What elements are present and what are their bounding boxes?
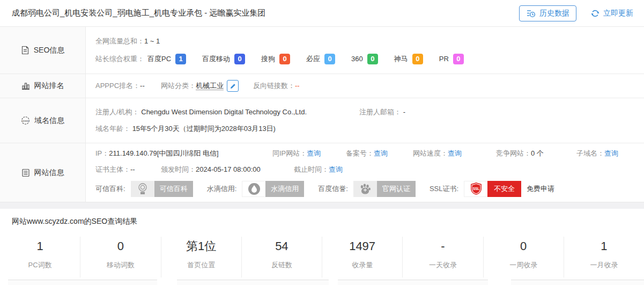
domain-age-label: 域名年龄： [95,125,130,133]
weight-badge[interactable]: 0 [412,54,423,64]
site-speed-label: 网站速度： [413,149,448,157]
weight-baidu-pc: 百度PC 1 [147,54,186,64]
same-ip-query-link[interactable]: 查询 [307,149,321,157]
weight-shenma: 神马 0 [394,54,423,64]
domain-age: 域名年龄： 15年5个月30天（过期时间为2028年03月13日) [95,124,276,134]
weight-name: 神马 [394,54,408,64]
stat-label: 一月收录 [564,260,644,270]
icp-query-link[interactable]: 查询 [374,149,388,157]
trust-shuidi-label: 水滴信用: [207,184,237,194]
weight-360: 360 0 [351,54,378,64]
registrant: 注册人/机构： Chengdu West Dimension Digital T… [95,107,359,117]
weight-name: 360 [351,55,363,63]
svg-text:www: www [23,119,28,122]
traffic-label: 全网流量总和： [95,36,144,46]
sidebar-item-label: 域名信息 [34,116,64,126]
weight-badge[interactable]: 0 [234,54,245,64]
trust-shuidi-badge[interactable]: 水滴信用 [242,181,304,197]
weight-bing: 必应 0 [306,54,335,64]
baidu-paw-icon [353,181,377,197]
registrant-email-value: - [403,108,405,116]
registrant-email-label: 注册人邮箱： [359,108,401,116]
weight-name: 必应 [306,54,320,64]
stat-value: 54 [242,239,322,254]
ssl-apply-link[interactable]: 免费申请 [527,184,554,194]
trust-baike-badge[interactable]: 可信百科 [131,181,193,197]
sidebar-item-site-rank: 网站排名 [0,74,86,98]
stats-row: 1 PC词数 0 移动词数 第1位 首页位置 54 反链数 1497 收录量 -… [0,231,644,277]
stat-homepage-position: 第1位 首页位置 [161,237,241,277]
weight-badge[interactable]: 0 [324,54,335,64]
weight-name: 百度移动 [202,54,230,64]
water-drop-icon [242,181,265,197]
competitor-label: 竞争网站： [496,149,531,157]
weight-name: PR [439,55,449,63]
weight-badge[interactable]: 0 [367,54,378,64]
bar-chart-icon [21,82,30,90]
ip-label: IP： [95,149,109,157]
ip-value: 211.149.140.79[中国四川绵阳 电信] [109,149,218,157]
stat-indexed-pages: 1497 收录量 [322,237,402,277]
subdomain-query-link[interactable]: 查询 [604,149,618,157]
trust-baidu: 百度信誉: 官网认证 [318,181,416,197]
weight-badge[interactable]: 0 [279,54,290,64]
svg-text:SSL: SSL [472,186,479,190]
cert-subject-label: 证书主体： [95,165,130,173]
stat-one-week-index: 0 一周收录 [483,237,564,277]
trust-shuidi: 水滴信用: 水滴信用 [207,181,305,197]
cert-issue-value: 2024-05-17 08:00:00 [196,165,261,173]
site-speed-query-link[interactable]: 查询 [448,149,462,157]
competitor-sites: 竞争网站：0 个 [496,149,576,158]
stat-mobile-words: 0 移动词数 [80,237,160,277]
trust-baidu-label: 百度信誉: [318,184,348,194]
site-info-row: 网站信息 IP：211.149.140.79[中国四川绵阳 电信] 同IP网站：… [0,143,644,202]
stat-value: 第1位 [161,239,241,254]
weight-baidu-mobile: 百度移动 0 [202,54,245,64]
sidebar-item-label: SEO信息 [34,46,65,55]
site-category-label: 网站分类： [161,81,196,91]
cert-subject: 证书主体：-- [95,165,161,174]
strip-segment [511,280,644,285]
medal-icon [131,181,154,197]
backlink-count: 反向链接数：-- [253,81,300,91]
ssl-cert: SSL证书: SSL 不安全 免费申请 [430,181,554,197]
weight-badge[interactable]: 1 [175,54,186,64]
next-section-edge [0,280,644,285]
apppc-rank-label: APPPC排名： [95,82,140,90]
sidebar-item-domain-info: www 域名信息 [0,98,86,143]
registrant-label: 注册人/机构： [95,108,139,116]
edit-category-button[interactable] [227,80,239,92]
traffic-value: 1 ~ 1 [144,37,160,45]
weight-badge[interactable]: 0 [453,54,464,64]
domain-info-row: www 域名信息 注册人/机构： Chengdu West Dimension … [0,98,644,143]
sidebar-item-site-info: 网站信息 [0,143,86,202]
strip-segment [338,280,488,285]
ssl-status-label: 不安全 [487,181,521,197]
stat-value: 0 [484,239,564,254]
sidebar-item-label: 网站信息 [34,168,64,178]
stat-label: PC词数 [0,260,80,270]
stat-value: 1 [0,239,80,254]
update-now-button[interactable]: 立即更新 [587,8,636,19]
stat-value: - [403,239,483,254]
site-category: 网站分类：机械工业 [161,80,253,92]
weight-sogou: 搜狗 0 [261,54,290,64]
ssl-shield-icon: SSL [464,181,487,197]
registrant-email: 注册人邮箱： - [359,107,405,117]
trust-shuidi-badge-label: 水滴信用 [265,181,304,197]
trust-baidu-badge[interactable]: 官网认证 [353,181,416,197]
history-data-button[interactable]: 历史数据 [519,5,576,21]
history-button-label: 历史数据 [539,9,569,18]
cert-expire-query-link[interactable]: 查询 [329,165,343,173]
stat-one-day-index: - 一天收录 [402,237,483,277]
sidebar-item-label: 网站排名 [34,81,64,91]
stat-label: 收录量 [322,260,402,270]
weight-name: 搜狗 [261,54,275,64]
backlink-count-label: 反向链接数： [253,82,295,90]
document-icon [21,46,29,55]
ssl-status-badge[interactable]: SSL 不安全 [464,181,521,197]
list-icon [21,169,30,177]
site-rank-row: 网站排名 APPPC排名：-- 网站分类：机械工业 反向链接数：-- [0,74,644,98]
cert-issue-time: 颁发时间：2024-05-17 08:00:00 [161,165,294,174]
cert-expire-label: 截止时间： [294,165,329,173]
